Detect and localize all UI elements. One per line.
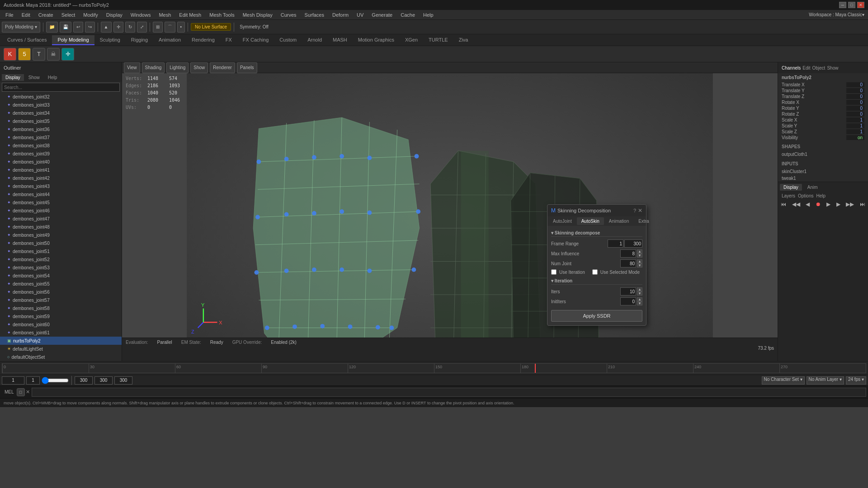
vp-panels-menu[interactable]: Panels — [237, 62, 257, 73]
outliner-item[interactable]: ✦dembones_joint38 — [0, 141, 122, 150]
outliner-tab-display[interactable]: Display — [2, 74, 24, 81]
outliner-item[interactable]: ▣nurbsToPoly2 — [0, 337, 122, 345]
menu-edit[interactable]: Edit — [18, 11, 34, 19]
menu-cache[interactable]: Cache — [397, 11, 419, 19]
frame-start-input[interactable]: 1 — [608, 239, 623, 248]
init-iters-down[interactable]: ▼ — [637, 301, 642, 305]
tab-ziva[interactable]: Ziva — [453, 35, 474, 45]
menu-edit-mesh[interactable]: Edit Mesh — [175, 11, 205, 19]
max-influence-spinner[interactable]: ▲ ▼ — [637, 249, 642, 258]
object-tab[interactable]: Object — [812, 66, 826, 70]
outliner-item[interactable]: ☀defaultLightSet — [0, 345, 122, 353]
select-tool[interactable]: ▲ — [101, 22, 112, 33]
fps-dropdown[interactable]: 24 fps ▾ — [846, 376, 866, 385]
options-link[interactable]: Options — [798, 193, 813, 198]
vp-show-menu[interactable]: Show — [190, 62, 208, 73]
window-controls[interactable]: ─ □ ✕ — [839, 2, 864, 8]
tab-arnold[interactable]: Arnold — [302, 35, 327, 45]
show-tab[interactable]: Show — [827, 66, 838, 70]
viewport-canvas[interactable]: Verts: 1148 574 0 Edges: 2186 1093 0 Fac… — [122, 73, 778, 361]
anim-layer-btn[interactable]: No Anim Layer ▾ — [807, 376, 844, 385]
tab-fx-caching[interactable]: FX Caching — [237, 35, 274, 45]
tab-fx[interactable]: FX — [220, 35, 237, 45]
outliner-item[interactable]: ✦dembones_joint56 — [0, 288, 122, 296]
time-ruler[interactable]: 0306090120150180210240270300 — [2, 363, 866, 373]
menu-uv[interactable]: UV — [353, 11, 367, 19]
close-button[interactable]: ✕ — [857, 2, 864, 8]
init-iters-up[interactable]: ▲ — [637, 297, 642, 301]
vp-lighting-menu[interactable]: Lighting — [166, 62, 189, 73]
cmd-close[interactable]: ✕ — [26, 389, 30, 395]
prev-btn[interactable]: ◀◀ — [791, 200, 801, 208]
outliner-item[interactable]: ✦dembones_joint40 — [0, 158, 122, 166]
apply-ssdr-button[interactable]: Apply SSDR — [551, 310, 642, 322]
outliner-item[interactable]: ✦dembones_joint35 — [0, 117, 122, 125]
snap-curve[interactable]: ⌒ — [165, 22, 175, 33]
snap-point[interactable]: • — [177, 22, 185, 33]
play-fwd-btn[interactable]: ▶ — [826, 200, 831, 208]
outliner-item[interactable]: ✦dembones_joint32 — [0, 93, 122, 101]
tab-curves-surfaces[interactable]: Curves / Surfaces — [2, 35, 52, 45]
dialog-tab-extra[interactable]: Extra — [634, 217, 653, 225]
tab-sculpting[interactable]: Sculpting — [94, 35, 126, 45]
outliner-item[interactable]: ✦dembones_joint57 — [0, 296, 122, 304]
menu-generate[interactable]: Generate — [368, 11, 396, 19]
anim-tab[interactable]: Anim — [804, 184, 821, 191]
menu-file[interactable]: File — [2, 11, 17, 19]
use-selected-checkbox[interactable] — [592, 269, 598, 275]
menu-curves[interactable]: Curves — [277, 11, 300, 19]
shapes-outputcloth1[interactable]: outputCloth1 — [778, 151, 868, 158]
edit-tab[interactable]: Edit — [802, 66, 810, 70]
char-set-btn[interactable]: No Character Set ▾ — [762, 376, 805, 385]
menu-deform[interactable]: Deform — [329, 11, 352, 19]
frame-slider[interactable] — [42, 377, 69, 384]
shelf-icon-skull[interactable]: ☠ — [47, 48, 60, 61]
snap-grid[interactable]: ⊞ — [153, 22, 163, 33]
outliner-item[interactable]: ○defaultObjectSet — [0, 353, 122, 361]
outliner-item[interactable]: ✦dembones_joint53 — [0, 263, 122, 272]
iters-input[interactable] — [620, 287, 636, 296]
tab-rendering[interactable]: Rendering — [186, 35, 220, 45]
outliner-item[interactable]: ✦dembones_joint36 — [0, 125, 122, 133]
menu-select[interactable]: Select — [58, 11, 79, 19]
init-iters-spinner[interactable]: ▲ ▼ — [637, 297, 642, 305]
init-iters-input[interactable] — [620, 297, 636, 305]
outliner-item[interactable]: ✦dembones_joint58 — [0, 304, 122, 312]
scale-tool[interactable]: ⤢ — [137, 22, 147, 33]
max-influence-down[interactable]: ▼ — [637, 253, 642, 258]
playhead[interactable] — [535, 364, 536, 373]
outliner-item[interactable]: ✦dembones_joint50 — [0, 239, 122, 247]
range-start[interactable] — [75, 376, 93, 385]
tab-xgen[interactable]: XGen — [400, 35, 423, 45]
outliner-tab-help[interactable]: Help — [44, 74, 61, 81]
outliner-item[interactable]: ✦dembones_joint49 — [0, 231, 122, 239]
prev-key-btn[interactable]: ◀ — [805, 200, 811, 208]
vp-shading-menu[interactable]: Shading — [142, 62, 165, 73]
outliner-item[interactable]: ✦dembones_joint34 — [0, 109, 122, 117]
outliner-item[interactable]: ✦dembones_joint39 — [0, 150, 122, 158]
num-joint-down[interactable]: ▼ — [637, 263, 642, 267]
num-joint-input[interactable] — [620, 259, 636, 267]
rotate-tool[interactable]: ↻ — [125, 22, 135, 33]
num-joint-spinner[interactable]: ▲ ▼ — [637, 259, 642, 267]
outliner-item[interactable]: ✦dembones_joint51 — [0, 247, 122, 255]
menu-windows[interactable]: Windows — [127, 11, 155, 19]
save-scene-btn[interactable]: 💾 — [60, 22, 71, 33]
menu-surfaces[interactable]: Surfaces — [301, 11, 328, 19]
display-tab[interactable]: Display — [780, 184, 802, 191]
dialog-tab-animation[interactable]: Animation — [604, 217, 633, 225]
menu-help[interactable]: Help — [420, 11, 437, 19]
outliner-item[interactable]: ✦dembones_joint48 — [0, 223, 122, 231]
shelf-icon-cross[interactable]: ✛ — [61, 48, 74, 61]
outliner-tab-show[interactable]: Show — [25, 74, 43, 81]
help-link[interactable]: Help — [816, 193, 826, 198]
outliner-item[interactable]: ✦dembones_joint42 — [0, 174, 122, 182]
menu-modify[interactable]: Modify — [80, 11, 101, 19]
outliner-item[interactable]: ✦dembones_joint33 — [0, 101, 122, 109]
outliner-item[interactable]: ✦dembones_joint52 — [0, 255, 122, 263]
dialog-close-btn[interactable]: ✕ — [638, 207, 642, 214]
move-tool[interactable]: ✛ — [113, 22, 123, 33]
vp-renderer-menu[interactable]: Renderer — [210, 62, 235, 73]
iters-up[interactable]: ▲ — [637, 287, 642, 291]
mode-dropdown[interactable]: Poly Modeling ▾ — [2, 22, 40, 33]
